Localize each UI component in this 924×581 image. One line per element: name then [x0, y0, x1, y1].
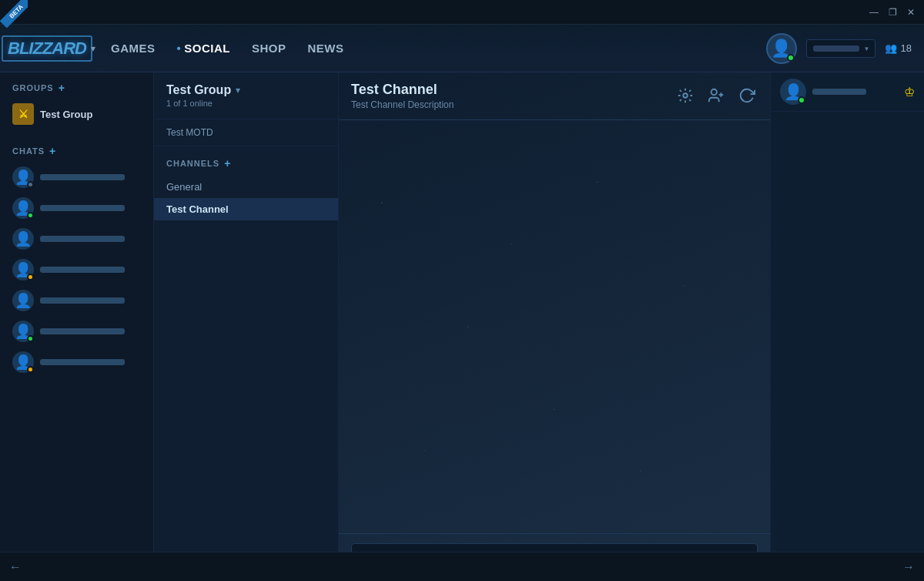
chat-avatar: 👤 — [12, 166, 34, 188]
user-name-dropdown[interactable] — [806, 39, 875, 58]
nav-item-shop[interactable]: SHOP — [252, 42, 286, 55]
member-info — [812, 89, 898, 95]
chat-item[interactable]: 👤 — [0, 254, 153, 285]
chat-name — [40, 297, 125, 304]
groups-section-header: GROUPS + — [0, 72, 153, 99]
channel-item-test-channel[interactable]: Test Channel — [154, 198, 338, 220]
nav-item-social[interactable]: SOCIAL — [177, 42, 230, 55]
channel-title-info: Test Channel Test Channel Description — [351, 82, 454, 110]
channel-description: Test Channel Description — [351, 99, 454, 110]
group-name: Test Group — [40, 109, 92, 120]
chat-item[interactable]: 👤 — [0, 162, 153, 193]
chat-avatar: 👤 — [12, 197, 34, 219]
chat-avatar: 👤 — [12, 321, 34, 342]
chat-name — [40, 267, 125, 273]
channels-section-header: CHANNELS + — [154, 154, 338, 176]
status-dot — [27, 366, 34, 373]
channel-item-general[interactable]: General — [154, 176, 338, 198]
main-layout: GROUPS + ⚔ Test Group CHATS + 👤 👤 — [0, 72, 924, 581]
group-item-test-group[interactable]: ⚔ Test Group — [0, 99, 153, 129]
minimize-button[interactable]: — — [867, 5, 881, 19]
nav-right: 👤 👥 18 — [766, 33, 912, 64]
logo[interactable]: BLIZZARD — [12, 33, 82, 64]
middle-panel: Test Group ▾ 1 of 1 online Test MOTD CHA… — [154, 72, 339, 581]
channel-name: General — [166, 181, 202, 193]
groups-label: GROUPS — [12, 83, 54, 92]
chat-name — [40, 174, 125, 180]
collapse-left-button[interactable]: ← — [9, 560, 22, 574]
collapse-right-button[interactable]: → — [902, 560, 915, 574]
left-sidebar: GROUPS + ⚔ Test Group CHATS + 👤 👤 — [0, 72, 154, 581]
add-channel-button[interactable]: + — [224, 157, 231, 170]
username-bar — [813, 45, 859, 52]
channel-name: Test Channel — [166, 203, 229, 215]
chat-avatar: 👤 — [12, 351, 34, 373]
chat-area: Test Channel Test Channel Description — [339, 72, 770, 581]
member-name — [812, 89, 866, 95]
chat-messages[interactable] — [339, 120, 770, 533]
add-chat-button[interactable]: + — [49, 145, 56, 157]
status-dot — [27, 212, 34, 219]
chat-header-actions — [675, 82, 758, 106]
motd-text: Test MOTD — [166, 127, 213, 138]
titlebar: BETA — ❐ ✕ — [0, 0, 924, 25]
friends-icon: 👥 — [885, 42, 897, 54]
bottom-bar: ← → — [0, 552, 924, 581]
user-online-indicator — [787, 54, 795, 62]
chat-item[interactable]: 👤 — [0, 193, 153, 223]
nav-item-games[interactable]: GAMES — [111, 42, 156, 55]
chat-avatar: 👤 — [12, 259, 34, 280]
beta-badge: BETA — [0, 0, 28, 28]
refresh-icon[interactable] — [736, 85, 758, 106]
group-title: Test Group — [166, 83, 231, 97]
channels-section: CHANNELS + General Test Channel — [154, 146, 338, 228]
chat-name — [40, 328, 125, 334]
group-online-count: 1 of 1 online — [166, 99, 326, 116]
chat-name — [40, 359, 125, 365]
chats-section-header: CHATS + — [0, 136, 153, 162]
chat-header: Test Channel Test Channel Description — [339, 72, 770, 120]
svg-point-1 — [711, 89, 717, 95]
group-icon: ⚔ — [12, 103, 34, 125]
logo-text: BLIZZARD — [2, 35, 92, 62]
friends-number: 18 — [901, 42, 912, 54]
chat-item[interactable]: 👤 — [0, 223, 153, 254]
status-dot — [27, 274, 34, 280]
members-panel: 👤 ♔ — [770, 72, 924, 581]
settings-icon[interactable] — [675, 85, 696, 106]
chat-item[interactable]: 👤 — [0, 316, 153, 347]
member-avatar: 👤 — [780, 79, 806, 105]
group-header: Test Group ▾ 1 of 1 online — [154, 72, 338, 119]
nav-items: GAMES SOCIAL SHOP NEWS — [111, 42, 766, 55]
top-navigation: BLIZZARD ▾ GAMES SOCIAL SHOP NEWS 👤 👥 18 — [0, 25, 924, 72]
member-item[interactable]: 👤 ♔ — [771, 72, 924, 112]
add-group-button[interactable]: + — [59, 82, 65, 94]
status-dot — [27, 335, 34, 342]
restore-button[interactable]: ❐ — [886, 5, 899, 19]
chat-avatar: 👤 — [12, 290, 34, 311]
user-avatar[interactable]: 👤 — [766, 33, 797, 64]
logo-dropdown-arrow[interactable]: ▾ — [91, 43, 95, 54]
svg-point-0 — [683, 93, 688, 98]
chat-avatar: 👤 — [12, 228, 34, 250]
group-dropdown-arrow[interactable]: ▾ — [236, 85, 240, 96]
chat-name — [40, 205, 125, 211]
close-button[interactable]: ✕ — [904, 5, 918, 19]
friends-count[interactable]: 👥 18 — [885, 42, 912, 54]
channels-label: CHANNELS — [166, 159, 219, 168]
member-online-indicator — [798, 96, 805, 104]
chat-item[interactable]: 👤 — [0, 285, 153, 316]
motd: Test MOTD — [154, 119, 338, 146]
status-dot — [27, 181, 34, 188]
add-member-icon[interactable] — [705, 85, 727, 106]
chat-item[interactable]: 👤 — [0, 347, 153, 378]
leader-crown-icon: ♔ — [904, 85, 915, 99]
chat-name — [40, 236, 125, 242]
chats-label: CHATS — [12, 146, 45, 156]
channel-title: Test Channel — [351, 82, 454, 98]
nav-item-news[interactable]: NEWS — [307, 42, 343, 55]
